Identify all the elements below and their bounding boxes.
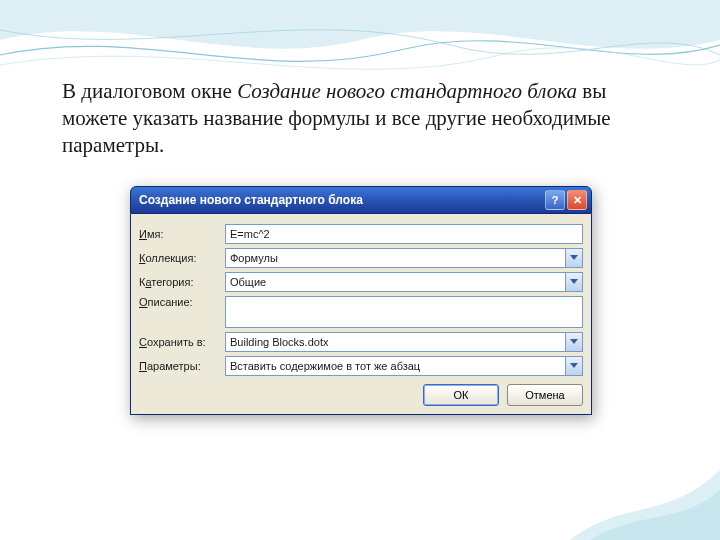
options-label: Параметры: [139, 360, 225, 372]
collection-field[interactable] [225, 248, 565, 268]
category-dropdown-button[interactable] [565, 272, 583, 292]
category-field[interactable] [225, 272, 565, 292]
collection-dropdown-button[interactable] [565, 248, 583, 268]
cancel-button[interactable]: Отмена [507, 384, 583, 406]
intro-text: В диалоговом окне Создание нового станда… [62, 78, 662, 159]
name-field[interactable] [225, 224, 583, 244]
chevron-down-icon [570, 279, 578, 285]
description-label: Описание: [139, 296, 225, 308]
close-icon: ✕ [573, 194, 582, 207]
options-combo[interactable] [225, 356, 583, 376]
save-in-combo[interactable] [225, 332, 583, 352]
save-in-dropdown-button[interactable] [565, 332, 583, 352]
dialog-title: Создание нового стандартного блока [139, 193, 543, 207]
name-label: Имя: [139, 228, 225, 240]
dialog-body: Имя: Коллекция: Категория: Описание: [130, 214, 592, 415]
save-in-label: Сохранить в: [139, 336, 225, 348]
collection-label: Коллекция: [139, 252, 225, 264]
collection-combo[interactable] [225, 248, 583, 268]
create-building-block-dialog: Создание нового стандартного блока ? ✕ И… [130, 186, 592, 415]
close-button[interactable]: ✕ [567, 190, 587, 210]
options-dropdown-button[interactable] [565, 356, 583, 376]
help-button[interactable]: ? [545, 190, 565, 210]
chevron-down-icon [570, 339, 578, 345]
description-field[interactable] [225, 296, 583, 328]
ok-button[interactable]: ОК [423, 384, 499, 406]
chevron-down-icon [570, 363, 578, 369]
title-bar[interactable]: Создание нового стандартного блока ? ✕ [130, 186, 592, 214]
category-combo[interactable] [225, 272, 583, 292]
help-icon: ? [552, 194, 559, 206]
save-in-field[interactable] [225, 332, 565, 352]
category-label: Категория: [139, 276, 225, 288]
chevron-down-icon [570, 255, 578, 261]
options-field[interactable] [225, 356, 565, 376]
